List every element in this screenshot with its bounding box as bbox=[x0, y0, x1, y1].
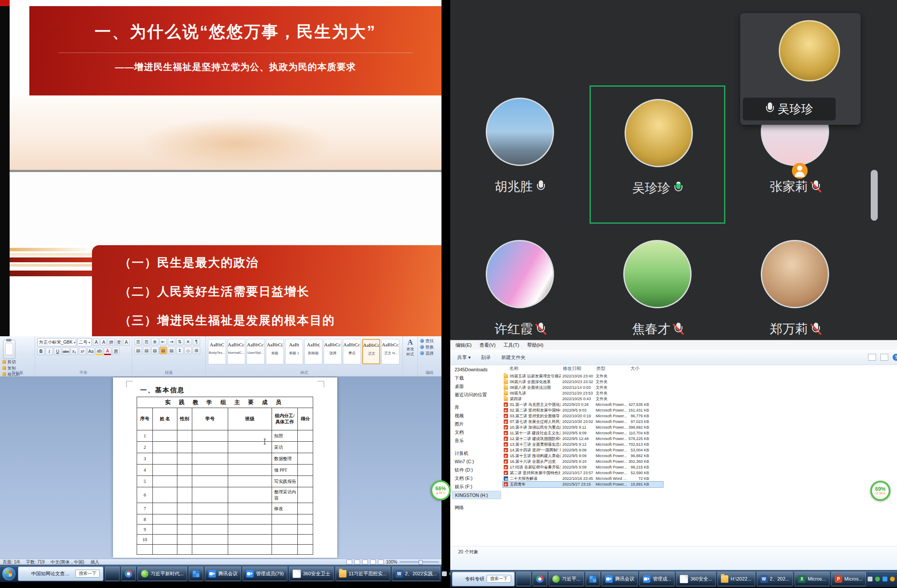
paste-button[interactable] bbox=[3, 340, 15, 359]
status-segment[interactable]: 字数: 719 bbox=[26, 559, 44, 565]
view-mode-icon[interactable] bbox=[354, 560, 360, 564]
style-card[interactable]: AaBbCcDd ·正文 bbox=[362, 339, 380, 364]
file-row[interactable]: 五四青年 2021/5/27 23:15 Microsoft Power... … bbox=[503, 482, 663, 487]
taskbar-button[interactable] bbox=[189, 567, 203, 581]
table-row[interactable]: 5 写实践报告 bbox=[137, 476, 313, 487]
font-tool-button[interactable]: A bbox=[100, 338, 107, 346]
antivirus-tray-icon[interactable] bbox=[875, 577, 880, 581]
table-row[interactable]: 8 bbox=[137, 514, 313, 525]
sidebar-item[interactable]: 文档 bbox=[452, 428, 501, 437]
file-row[interactable]: 11.第十一讲 建设社会主义生态文明 2022/9/5 9:09 Microso… bbox=[503, 430, 893, 436]
alignment-button[interactable]: ◇ bbox=[184, 347, 192, 354]
taskbar-button[interactable] bbox=[516, 572, 531, 586]
file-row[interactable]: 06第六讲 全面深化改革 2022/10/23 23:32 文件夹 bbox=[503, 379, 893, 385]
table-row[interactable]: 1 拍照 bbox=[137, 430, 313, 442]
participant-tile[interactable]: 焦春才 bbox=[590, 228, 725, 340]
alignment-button[interactable]: ⇕ bbox=[176, 347, 184, 354]
column-header-size[interactable]: 大小 bbox=[628, 366, 639, 372]
menu-item[interactable]: 帮助(H) bbox=[527, 342, 543, 349]
paragraph-button[interactable]: ⇤ bbox=[159, 338, 167, 345]
editing-button[interactable]: 查找 bbox=[420, 338, 439, 344]
style-card[interactable]: AaBbCcDd 强调 bbox=[324, 339, 342, 364]
usb-icon[interactable] bbox=[883, 577, 887, 581]
table-row[interactable]: 7 修改 bbox=[137, 503, 313, 514]
taskbar-button[interactable]: 360安全卫士 bbox=[289, 567, 334, 581]
alignment-button[interactable]: ▤ bbox=[134, 347, 142, 354]
font-size-combobox[interactable]: 二号 bbox=[77, 338, 92, 346]
style-card[interactable]: AaBt 标题 1 bbox=[285, 339, 303, 364]
help-icon[interactable]: ? bbox=[893, 354, 897, 361]
font-tool-button[interactable]: 变 bbox=[116, 338, 122, 346]
font-format-button[interactable]: ab bbox=[95, 348, 103, 355]
paragraph-button[interactable]: ✕ bbox=[184, 338, 192, 345]
sidebar-item[interactable]: 图片 bbox=[452, 420, 501, 428]
font-name-combobox[interactable]: 方正小标宋_GBK bbox=[37, 338, 76, 346]
file-row[interactable]: 07.第七讲 发展全过程人民民主 2022/10/30 23:02 Micros… bbox=[503, 419, 893, 425]
participant-tile[interactable]: 许红霞 bbox=[452, 228, 588, 340]
file-row[interactable]: 16.第十六讲 全面从严治党 2022/9/5 9:10 Microsoft P… bbox=[503, 459, 893, 465]
taskbar-button[interactable]: 习近平新时代... bbox=[138, 567, 187, 581]
alignment-button[interactable]: ⊞ bbox=[193, 347, 200, 354]
paragraph-button[interactable]: ⇅ bbox=[176, 338, 184, 345]
file-row[interactable]: 09第九讲 2022/11/20 23:53 文件夹 bbox=[503, 391, 893, 396]
view-mode-icon[interactable] bbox=[378, 560, 384, 564]
360-speedball[interactable]: 69% 12.8K/s bbox=[870, 481, 890, 501]
alignment-button[interactable]: ▤ bbox=[168, 347, 175, 354]
taskbar-button[interactable]: 2、2022实践... bbox=[392, 567, 441, 581]
file-row[interactable]: 第四讲 2022/10/25 0:43 文件夹 bbox=[503, 396, 893, 402]
toolbar-button[interactable]: 刻录 bbox=[481, 354, 491, 361]
participant-tile[interactable]: 郑万莉 bbox=[727, 228, 863, 340]
taskbar-button[interactable] bbox=[105, 567, 120, 581]
taskbar-button[interactable]: H:\2022... bbox=[717, 572, 755, 586]
sidebar-item[interactable]: 下载 bbox=[452, 374, 501, 382]
file-row[interactable]: 13.第十三讲 全面贯彻落实总体国家安全观 2022/9/5 9:12 Micr… bbox=[503, 442, 893, 447]
paragraph-button[interactable]: ☰ bbox=[134, 338, 142, 345]
taskbar-button[interactable]: 11习近平思想实... bbox=[335, 567, 390, 581]
file-row[interactable]: 二十大报告解读 2022/10/16 23:45 Microsoft Word … bbox=[503, 476, 893, 482]
style-card[interactable]: AaBbC( 标题 bbox=[266, 339, 284, 364]
menu-item[interactable]: 工具(T) bbox=[503, 342, 519, 349]
style-card[interactable]: AaBbC BodyTex... bbox=[208, 339, 226, 364]
table-row[interactable]: 3 数据整理 bbox=[137, 453, 313, 465]
change-view-icon[interactable] bbox=[868, 354, 876, 361]
search-box[interactable]: 搜索一下 bbox=[75, 570, 100, 577]
sidebar-item[interactable]: 文档 (E:) bbox=[452, 474, 501, 482]
file-row[interactable]: 17.结语 在新征程中奋勇开拓先锋，争当... 2022/9/5 9:09 Mi… bbox=[503, 465, 893, 470]
taskbar-button[interactable]: 腾讯会议 bbox=[205, 567, 241, 581]
file-row[interactable]: 14.第十四讲 坚持“一国两制” 和推进祖... 2022/9/5 9:08 M… bbox=[503, 447, 893, 453]
taskbar-button[interactable]: 专科专研 搜索一下 bbox=[452, 572, 515, 586]
status-segment[interactable]: 页面: 1/6 bbox=[3, 559, 20, 565]
taskbar-button[interactable]: 管理成... bbox=[639, 572, 675, 586]
sidebar-item[interactable]: 库 bbox=[452, 403, 501, 412]
search-box[interactable]: 搜索一下 bbox=[487, 575, 511, 583]
update-icon[interactable] bbox=[890, 577, 895, 581]
zoom-slider[interactable] bbox=[399, 561, 439, 563]
font-format-button[interactable]: A bbox=[104, 348, 111, 355]
printer-icon[interactable] bbox=[868, 577, 872, 581]
table-row[interactable]: 4 做 PPT bbox=[137, 465, 313, 476]
sidebar-item[interactable]: 视频 bbox=[452, 412, 501, 420]
column-header-name[interactable]: 名称 bbox=[507, 366, 519, 372]
file-row[interactable]: 03.第三讲 坚持党的全面领导 2022/10/20 0:19 Microsof… bbox=[503, 413, 893, 419]
document-area[interactable]: 一、基本信息 实 践 教 学 组 主 要 成 员 序号 姓 名 性别 学号 班级… bbox=[0, 377, 441, 559]
table-row[interactable]: 10 bbox=[137, 535, 313, 545]
menu-item[interactable]: 查看(V) bbox=[480, 342, 496, 349]
preview-pane-icon[interactable] bbox=[880, 354, 888, 361]
sidebar-item[interactable]: 娱乐 (F:) bbox=[452, 482, 501, 491]
font-format-button[interactable]: U bbox=[54, 348, 61, 355]
font-format-button[interactable]: x² bbox=[79, 348, 86, 355]
floating-self-view[interactable]: 吴珍珍 bbox=[740, 13, 861, 125]
font-format-button[interactable]: 囲 bbox=[112, 348, 120, 355]
file-row[interactable]: 12.第十二讲 建设巩固国防和强大人民军队 2022/9/5 12:48 Mic… bbox=[503, 436, 893, 442]
file-row[interactable]: 02.第二讲 坚持和发展中国特色社会主义... 2022/9/5 9:03 Mi… bbox=[503, 408, 893, 413]
sidebar-item[interactable]: Win7 (C:) bbox=[452, 458, 501, 466]
taskbar-button[interactable] bbox=[533, 572, 547, 586]
font-format-button[interactable]: x₂ bbox=[71, 348, 78, 355]
table-row[interactable] bbox=[137, 545, 313, 555]
zoom-level[interactable]: 100% bbox=[386, 560, 397, 564]
status-segment[interactable]: 中文(简体，中国) bbox=[51, 559, 85, 565]
sidebar-item[interactable]: 计算机 bbox=[452, 449, 501, 458]
sidebar-item[interactable]: 软件 (D:) bbox=[452, 466, 501, 474]
change-styles-button[interactable]: A 更改样式 bbox=[403, 336, 418, 376]
file-row[interactable]: 第二讲 坚持和发展中国特色社会主义的... 2022/10/17 23:57 M… bbox=[503, 470, 893, 476]
